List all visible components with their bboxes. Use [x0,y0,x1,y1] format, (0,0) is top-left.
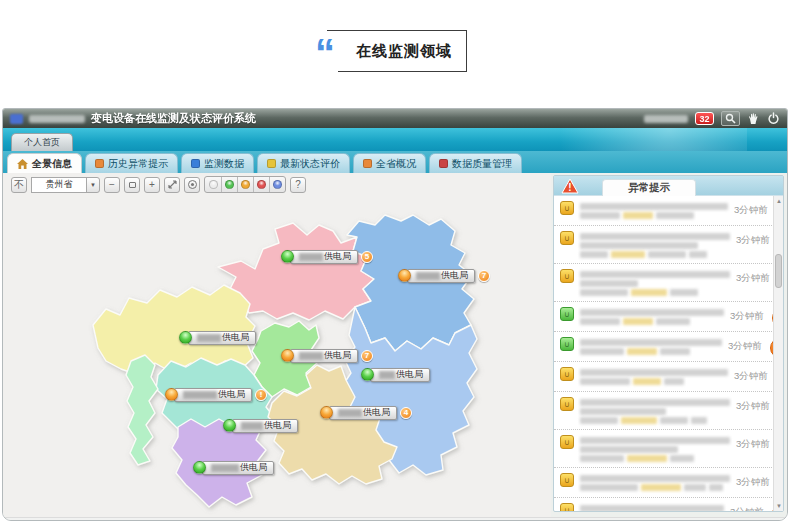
content-area: 供电局 5 供电局 7 供电局 供电局 7 供电局 [3,173,787,517]
blurred-org-name [29,115,85,123]
station-label[interactable]: 供电局 7 [281,348,373,363]
zoom-in-button[interactable]: + [144,177,160,193]
blurred-text-segment [648,251,686,258]
alert-item[interactable]: ∪ 3分钟前 报警中 [554,362,772,392]
alert-item[interactable]: ∪ 3分钟前 关 闭 [554,332,772,362]
alert-item[interactable]: ∪ 3分钟前 报警中 [554,468,772,498]
tab-grid[interactable]: 全省概况 [353,153,426,173]
blurred-station-name [241,422,263,430]
alert-item[interactable]: ∪ 3分钟前 报警中 [554,498,772,511]
alert-timestamp: 3分钟前 [734,204,768,217]
status-filter-3[interactable] [253,177,269,192]
tab-label: 全景信息 [32,157,72,171]
station-label[interactable]: 供电局 [179,330,256,345]
nav-bar: 个人首页 [3,128,787,151]
alert-text-blurred [580,336,722,357]
blurred-text-segment [656,318,690,325]
tab-list[interactable]: 历史异常提示 [85,153,178,173]
tab-home[interactable]: 全景信息 [7,153,82,173]
blurred-text-segment [623,212,653,219]
status-filter-group [204,176,286,193]
blurred-station-name [183,391,217,399]
blurred-station-name [211,464,239,472]
blurred-text-segment [580,203,728,210]
blurred-text-segment [641,484,681,491]
status-filter-4[interactable] [269,177,285,192]
chevron-down-icon[interactable]: ▼ [86,177,100,193]
device-status-icon: ∪ [560,397,574,411]
tab-chart[interactable]: 数据质量管理 [429,153,522,173]
quote-icon: “ [312,31,338,75]
search-icon [725,113,736,124]
zoom-out-button[interactable]: − [104,177,120,193]
blurred-text-segment [580,212,620,219]
scrollbar-thumb[interactable] [775,254,782,288]
tab-icon [95,159,104,168]
expand-button[interactable] [164,177,180,193]
alert-timestamp: 3分钟前 [728,340,762,353]
status-filter-1[interactable] [221,177,237,192]
station-pill: 供电局 [188,331,256,345]
tab-icon [191,159,200,168]
status-filter-2[interactable] [237,177,253,192]
tab-monitor[interactable]: 监测数据 [181,153,254,173]
app-logo [10,114,23,124]
device-status-icon: ∪ [560,231,574,245]
hand-tool-button[interactable] [747,112,760,125]
blurred-text-segment [580,309,724,316]
region-dropdown[interactable]: 贵州省 ▼ [31,177,100,193]
station-label[interactable]: 供电局 [361,367,430,382]
alert-text-blurred [580,268,730,298]
blurred-station-name [197,334,221,342]
blurred-text-segment [627,455,667,462]
tab-edit[interactable]: 最新状态评价 [257,153,350,173]
alert-items: ∪ 3分钟前 报警中 ∪ 3分钟前 报警中 ∪ 3分钟前 报警中 ∪ 3分钟前 … [554,196,772,511]
station-label[interactable]: 供电局 [223,418,298,433]
station-label[interactable]: 供电局 7 [398,268,490,283]
alert-item[interactable]: ∪ 3分钟前 报警中 [554,226,772,264]
station-label[interactable]: 供电局 ! [165,387,267,402]
help-button[interactable]: ? [290,177,306,193]
label-toggle-button[interactable]: 不 [11,177,27,193]
map-toolbar: 不 贵州省 ▼ − + ? [11,176,306,193]
blurred-text-segment [580,455,624,462]
blurred-text-segment [580,505,724,511]
main-tab-strip: 全景信息 历史异常提示 监测数据 最新状态评价 全省概况 数据质量管理 [3,151,787,173]
warning-triangle-icon: ! [561,178,579,198]
alert-item[interactable]: ∪ 3分钟前 关 闭 [554,302,772,332]
alert-count-badge: 7 [478,270,490,282]
station-pill: 供电局 [202,461,274,475]
zoom-fit-button[interactable] [124,177,140,193]
alert-panel-title-tab[interactable]: 异常提示 [602,179,696,196]
status-dot-icon [257,180,266,189]
blurred-text-segment [580,437,730,444]
alert-timestamp: 3分钟前 [736,400,770,413]
station-label[interactable]: 供电局 5 [281,249,373,264]
alert-item[interactable]: ∪ 3分钟前 报警中 [554,264,772,302]
alert-item[interactable]: ∪ 3分钟前 报警中 [554,392,772,430]
logout-button[interactable] [767,112,780,125]
blurred-text-segment [660,348,690,355]
notification-badge[interactable]: 32 [695,112,714,125]
alert-panel-header: ! 异常提示 [554,176,783,196]
station-label[interactable]: 供电局 4 [320,405,412,420]
locate-button[interactable] [184,177,200,193]
tab-personal-home[interactable]: 个人首页 [11,133,73,151]
station-pill: 供电局 [329,406,397,420]
status-orb-icon [320,406,333,419]
scroll-up-icon[interactable]: ▲ [774,196,783,206]
hand-icon [747,112,760,125]
blurred-text-segment [580,408,666,415]
scrollbar[interactable]: ▲ ▼ [773,196,783,511]
blurred-text-segment [633,378,661,385]
station-label[interactable]: 供电局 [193,460,274,475]
station-pill: 供电局 [290,349,358,363]
scroll-down-icon[interactable]: ▼ [774,501,783,511]
alert-item[interactable]: ∪ 3分钟前 报警中 [554,430,772,468]
tab-label: 历史异常提示 [108,157,168,171]
status-dot-icon [225,180,234,189]
search-button[interactable] [721,111,740,126]
station-suffix: 供电局 [324,349,351,362]
alert-item[interactable]: ∪ 3分钟前 报警中 [554,196,772,226]
status-filter-0[interactable] [205,177,221,192]
